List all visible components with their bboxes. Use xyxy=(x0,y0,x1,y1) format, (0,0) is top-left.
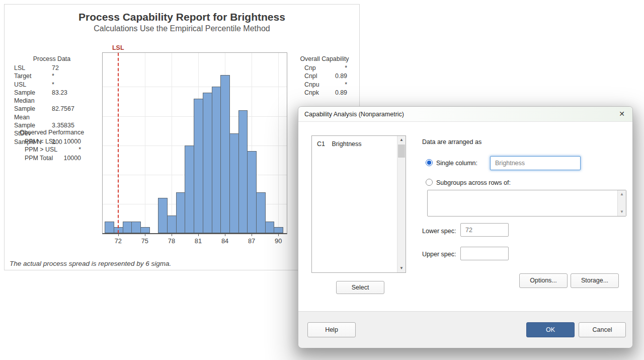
x-tick-mark xyxy=(145,234,145,236)
y-gridline xyxy=(103,87,287,87)
upper-spec-input[interactable] xyxy=(460,247,509,260)
single-column-input[interactable] xyxy=(490,156,581,170)
stat-label: PPM > USL xyxy=(25,146,57,154)
cancel-button[interactable]: Cancel xyxy=(579,322,626,337)
column-listbox: C1 Brightness ▲ ▼ xyxy=(311,135,406,273)
observed-performance-panel: Observed Performance PPM < LSL10000PPM >… xyxy=(11,128,93,162)
stat-row: Sample Median83.23 xyxy=(11,89,93,105)
lower-spec-input[interactable] xyxy=(460,223,509,237)
data-arranged-label: Data are arranged as xyxy=(422,138,481,146)
lsl-reference-line xyxy=(118,53,119,233)
process-data-heading: Process Data xyxy=(11,55,93,63)
stat-value: 0.89 xyxy=(335,89,347,97)
overall-capability-heading: Overall Capability xyxy=(298,55,351,63)
stat-value: 10000 xyxy=(53,154,81,162)
histogram-bar xyxy=(158,198,168,233)
lower-spec-label: Lower spec: xyxy=(422,228,456,235)
overall-capability-panel: Overall Capability Cnp*Cnpl0.89Cnpu*Cnpk… xyxy=(298,55,351,97)
capability-analysis-dialog: Capability Analysis (Nonparametric) ✕ C1… xyxy=(298,106,633,347)
x-tick-label: 72 xyxy=(115,237,122,245)
report-footnote: The actual process spread is represented… xyxy=(10,260,171,267)
stat-value: 83.23 xyxy=(52,89,67,105)
x-tick-mark xyxy=(198,234,199,236)
scroll-down-icon[interactable]: ▼ xyxy=(618,208,626,216)
stat-value: 10000 xyxy=(56,137,81,146)
stat-value: * xyxy=(52,72,54,80)
x-tick-label: 78 xyxy=(168,237,175,245)
stat-value: * xyxy=(52,81,54,89)
x-tick-label: 81 xyxy=(195,237,202,245)
histogram-plot: 72757881848790LSL xyxy=(102,52,287,234)
report-title: Process Capability Report for Brightness xyxy=(5,11,359,23)
stat-row: Cnpk0.89 xyxy=(298,89,351,97)
x-tick-mark xyxy=(225,234,225,236)
histogram-bar xyxy=(220,75,230,233)
select-button[interactable]: Select xyxy=(336,281,384,294)
stat-label: Cnpl xyxy=(304,72,317,80)
histogram-bar xyxy=(105,222,114,233)
stat-label: Cnpu xyxy=(304,81,319,89)
histogram-bar xyxy=(131,222,141,233)
histogram-bar xyxy=(247,151,257,233)
subgroups-input[interactable]: ▲ ▼ xyxy=(427,190,626,217)
x-gridline xyxy=(145,53,145,233)
scroll-up-icon[interactable]: ▲ xyxy=(618,190,626,198)
x-tick-label: 75 xyxy=(141,237,148,245)
ok-button[interactable]: OK xyxy=(526,322,575,337)
stat-row: PPM Total10000 xyxy=(11,154,93,162)
scroll-up-icon[interactable]: ▲ xyxy=(397,136,406,144)
x-tick-mark xyxy=(252,234,252,236)
x-tick-label: 90 xyxy=(275,237,282,245)
help-button[interactable]: Help xyxy=(307,322,356,337)
single-column-radio[interactable] xyxy=(426,159,433,166)
histogram-bar xyxy=(140,227,150,233)
scroll-down-icon[interactable]: ▼ xyxy=(397,264,406,272)
observed-performance-heading: Observed Performance xyxy=(11,128,93,137)
options-button[interactable]: Options... xyxy=(519,273,568,288)
histogram-bar xyxy=(256,192,266,233)
histogram-bar xyxy=(229,133,239,233)
stat-label: Sample Mean xyxy=(11,105,52,121)
stat-row: PPM > USL* xyxy=(11,146,93,154)
upper-spec-label: Upper spec: xyxy=(422,251,456,258)
subgroups-label[interactable]: Subgroups across rows of: xyxy=(436,179,511,186)
histogram-bar xyxy=(274,227,283,233)
stat-label: Cnp xyxy=(304,64,316,72)
stat-label: PPM < LSL xyxy=(25,137,56,146)
stat-row: LSL72 xyxy=(11,64,93,72)
histogram-bar xyxy=(176,192,186,233)
stat-label: USL xyxy=(11,81,52,89)
x-tick-label: 87 xyxy=(248,237,255,245)
stat-label: Sample Median xyxy=(11,89,52,105)
x-tick-mark xyxy=(172,234,172,236)
subgroups-radio[interactable] xyxy=(426,179,433,186)
stat-value: * xyxy=(345,64,347,72)
x-tick-mark xyxy=(278,234,279,236)
histogram-bar xyxy=(212,87,221,233)
stat-value: 72 xyxy=(52,64,59,72)
single-column-label[interactable]: Single column: xyxy=(436,160,477,167)
x-tick-label: 84 xyxy=(221,237,228,245)
stat-label: LSL xyxy=(11,64,52,72)
storage-button[interactable]: Storage... xyxy=(571,273,619,288)
stat-value: 82.7567 xyxy=(52,105,74,121)
scrollbar-thumb[interactable] xyxy=(398,145,405,158)
stat-value: 0.89 xyxy=(335,72,347,80)
histogram-bar xyxy=(265,222,275,233)
close-icon[interactable]: ✕ xyxy=(617,110,627,118)
histogram-bar xyxy=(185,146,194,233)
stat-row: PPM < LSL10000 xyxy=(11,137,93,146)
x-gridline xyxy=(278,53,279,233)
column-name: Brightness xyxy=(332,140,361,148)
list-item-c1-brightness[interactable]: C1 Brightness xyxy=(312,139,396,149)
lsl-label: LSL xyxy=(112,44,124,51)
dialog-footer: Help OK Cancel xyxy=(298,311,632,348)
stat-row: Cnpu* xyxy=(298,81,351,89)
stat-label: Target xyxy=(11,72,52,80)
stat-value: * xyxy=(345,81,347,89)
subgroups-scrollbar[interactable]: ▲ ▼ xyxy=(617,190,626,216)
histogram-bar xyxy=(167,215,177,233)
stat-row: Cnpl0.89 xyxy=(298,72,351,80)
dialog-titlebar[interactable]: Capability Analysis (Nonparametric) ✕ xyxy=(298,107,632,122)
listbox-scrollbar[interactable]: ▲ ▼ xyxy=(397,136,406,272)
